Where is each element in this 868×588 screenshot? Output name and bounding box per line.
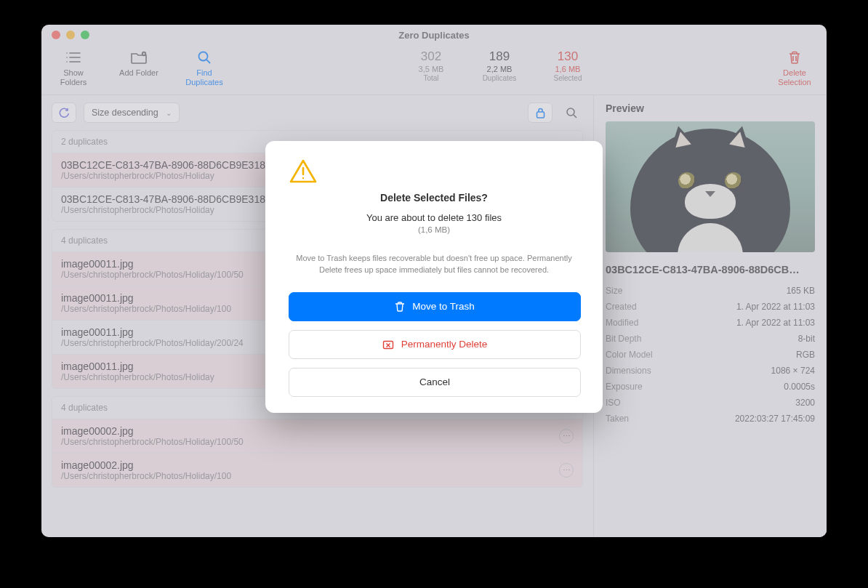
- dialog-help-text: Move to Trash keeps files recoverable bu…: [294, 253, 574, 276]
- move-to-trash-button[interactable]: Move to Trash: [289, 292, 581, 321]
- delete-dialog: Delete Selected Files? You are about to …: [265, 141, 603, 413]
- warning-icon: [289, 158, 579, 185]
- cancel-label: Cancel: [419, 376, 450, 387]
- move-to-trash-label: Move to Trash: [412, 301, 475, 312]
- trash-icon: [395, 301, 405, 313]
- delete-forever-icon: [382, 339, 394, 350]
- svg-point-13: [302, 177, 304, 179]
- dialog-message: You are about to delete 130 files: [289, 212, 579, 223]
- modal-overlay: Delete Selected Files? You are about to …: [41, 25, 827, 537]
- permanently-delete-button[interactable]: Permanently Delete: [289, 330, 581, 359]
- dialog-title: Delete Selected Files?: [289, 192, 579, 204]
- dialog-subtitle: (1,6 MB): [289, 225, 579, 234]
- permanently-delete-label: Permanently Delete: [401, 339, 488, 350]
- cancel-button[interactable]: Cancel: [289, 368, 581, 397]
- app-window: Zero Duplicates ShowFolders Add Folder F…: [41, 25, 827, 537]
